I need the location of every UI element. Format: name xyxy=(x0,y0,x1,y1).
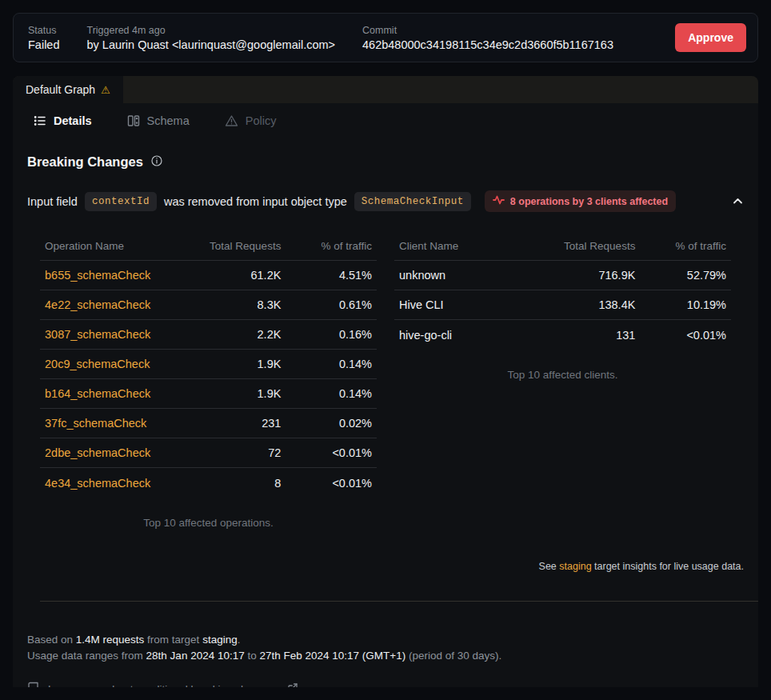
tab-policy[interactable]: Policy xyxy=(225,114,277,127)
status-label: Status xyxy=(28,25,60,36)
tab-details[interactable]: Details xyxy=(34,114,92,127)
based-on-line: Based on 1.4M requests from target stagi… xyxy=(27,632,744,648)
operation-name-link[interactable]: 4e34_schemaCheck xyxy=(40,477,190,490)
learn-more-label: Learn more about conditional breaking ch… xyxy=(48,683,279,688)
total-requests-value: 1.9K xyxy=(190,358,282,370)
column-header: Total Requests xyxy=(545,240,636,252)
list-icon xyxy=(34,114,46,127)
column-header: % of traffic xyxy=(281,240,377,252)
range-suffix: (period of 30 days). xyxy=(405,650,501,662)
clients-table-header: Client Name Total Requests % of traffic xyxy=(394,232,731,261)
table-row: 4e22_schemaCheck8.3K0.61% xyxy=(40,290,377,320)
total-requests-value: 131 xyxy=(545,329,636,342)
schema-check-page: Status Failed Triggered 4m ago by Laurin… xyxy=(0,0,771,700)
column-header: Operation Name xyxy=(40,240,190,252)
operation-name-link[interactable]: 2dbe_schemaCheck xyxy=(40,446,190,459)
change-type-code: SchemaCheckInput xyxy=(354,192,471,211)
range-prefix: Usage data ranges from xyxy=(27,650,146,662)
usage-tables: Operation Name Total Requests % of traff… xyxy=(27,232,744,529)
table-row: hive-go-cli131<0.01% xyxy=(394,320,731,350)
triggered-by: by Laurin Quast <laurinquast@googlemail.… xyxy=(87,38,336,51)
table-row: 4e34_schemaCheck8<0.01% xyxy=(40,468,377,498)
table-row: unknown716.9K52.79% xyxy=(394,261,731,290)
traffic-percent-value: <0.01% xyxy=(281,477,377,490)
affected-badge-label: 8 operations by 3 clients affected xyxy=(510,196,668,207)
operation-name-link[interactable]: 3087_schemaCheck xyxy=(40,328,190,341)
tab-details-label: Details xyxy=(54,114,92,127)
subtab-bar: Details Schema xyxy=(27,103,744,137)
total-requests-value: 61.2K xyxy=(190,269,282,282)
range-from-date: 28th Jan 2024 10:17 xyxy=(146,650,245,662)
table-row: 20c9_schemaCheck1.9K0.14% xyxy=(40,350,377,379)
learn-more-link[interactable]: Learn more about conditional breaking ch… xyxy=(27,682,744,688)
total-requests-value: 72 xyxy=(190,446,282,459)
insights-note: See staging target insights for live usa… xyxy=(27,561,744,572)
usage-range-line: Usage data ranges from 28th Jan 2024 10:… xyxy=(27,648,744,664)
clients-table-body: unknown716.9K52.79%Hive CLI138.4K10.19%h… xyxy=(394,261,731,350)
change-middle: was removed from input object type xyxy=(164,195,347,208)
usage-summary: Based on 1.4M requests from target stagi… xyxy=(27,632,744,665)
breaking-change-row[interactable]: Input field contextId was removed from i… xyxy=(27,190,744,212)
operation-name-link[interactable]: 4e22_schemaCheck xyxy=(40,298,190,311)
section-divider xyxy=(40,601,758,602)
tab-policy-label: Policy xyxy=(246,114,277,127)
client-name: hive-go-cli xyxy=(394,329,545,342)
tab-schema[interactable]: Schema xyxy=(127,114,190,127)
traffic-percent-value: 0.14% xyxy=(281,358,377,370)
breaking-changes-header: Breaking Changes xyxy=(27,154,744,170)
traffic-percent-value: 10.19% xyxy=(635,298,731,311)
traffic-percent-value: 0.61% xyxy=(281,298,377,311)
table-row: Hive CLI138.4K10.19% xyxy=(394,290,731,320)
warning-triangle-icon xyxy=(225,114,238,127)
tab-default-graph[interactable]: Default Graph ⚠ xyxy=(13,76,123,103)
total-requests-value: 8.3K xyxy=(190,298,282,311)
operation-name-link[interactable]: b164_schemaCheck xyxy=(40,387,190,400)
graph-tab-label: Default Graph xyxy=(26,83,95,96)
triggered-block: Triggered 4m ago by Laurin Quast <laurin… xyxy=(87,25,336,51)
commit-block: Commit 462b48000c34198115c34e9c2d3660f5b… xyxy=(362,25,648,51)
table-row: 2dbe_schemaCheck72<0.01% xyxy=(40,438,377,468)
total-requests-value: 716.9K xyxy=(545,269,636,282)
traffic-percent-value: 0.16% xyxy=(281,328,377,341)
status-value: Failed xyxy=(28,38,60,51)
info-icon[interactable] xyxy=(151,155,162,170)
operation-name-link[interactable]: 20c9_schemaCheck xyxy=(40,358,190,370)
commit-label: Commit xyxy=(362,25,648,36)
column-header: % of traffic xyxy=(635,240,731,252)
target-name: staging xyxy=(202,634,238,646)
client-name: unknown xyxy=(394,269,545,282)
total-requests-value: 138.4K xyxy=(545,298,636,311)
change-field-code: contextId xyxy=(85,192,157,211)
total-requests-value: 2.2K xyxy=(190,328,282,341)
total-requests-value: 1.9K xyxy=(190,387,282,400)
table-row: b164_schemaCheck1.9K0.14% xyxy=(40,379,377,409)
insights-suffix: target insights for live usage data. xyxy=(592,561,744,572)
based-on-prefix: Based on xyxy=(27,634,76,646)
traffic-percent-value: 4.51% xyxy=(281,269,377,282)
operation-name-link[interactable]: 37fc_schemaCheck xyxy=(40,417,190,430)
traffic-percent-value: <0.01% xyxy=(281,446,377,459)
traffic-percent-value: 52.79% xyxy=(635,269,731,282)
staging-link[interactable]: staging xyxy=(559,561,591,572)
breaking-changes-title: Breaking Changes xyxy=(27,154,143,170)
client-name: Hive CLI xyxy=(394,298,545,311)
table-row: b655_schemaCheck61.2K4.51% xyxy=(40,261,377,290)
traffic-percent-value: 0.02% xyxy=(281,417,377,430)
change-prefix: Input field xyxy=(27,195,78,208)
operations-table: Operation Name Total Requests % of traff… xyxy=(40,232,377,529)
schema-icon xyxy=(127,114,140,127)
graph-panel: Default Graph ⚠ Details xyxy=(13,76,758,687)
traffic-percent-value: 0.14% xyxy=(281,387,377,400)
based-on-middle: from target xyxy=(144,634,202,646)
approve-button[interactable]: Approve xyxy=(675,23,746,52)
operation-name-link[interactable]: b655_schemaCheck xyxy=(40,269,190,282)
warning-icon: ⚠ xyxy=(101,85,110,95)
requests-count: 1.4M requests xyxy=(76,634,145,646)
based-on-suffix: . xyxy=(238,634,241,646)
collapse-chevron-up-icon[interactable] xyxy=(732,195,744,207)
total-requests-value: 8 xyxy=(190,477,282,490)
traffic-percent-value: <0.01% xyxy=(635,329,731,342)
operations-table-body: b655_schemaCheck61.2K4.51%4e22_schemaChe… xyxy=(40,261,377,498)
commit-value: 462b48000c34198115c34e9c2d3660f5b1167163 xyxy=(362,38,648,51)
operations-affected-badge: 8 operations by 3 clients affected xyxy=(485,190,676,212)
